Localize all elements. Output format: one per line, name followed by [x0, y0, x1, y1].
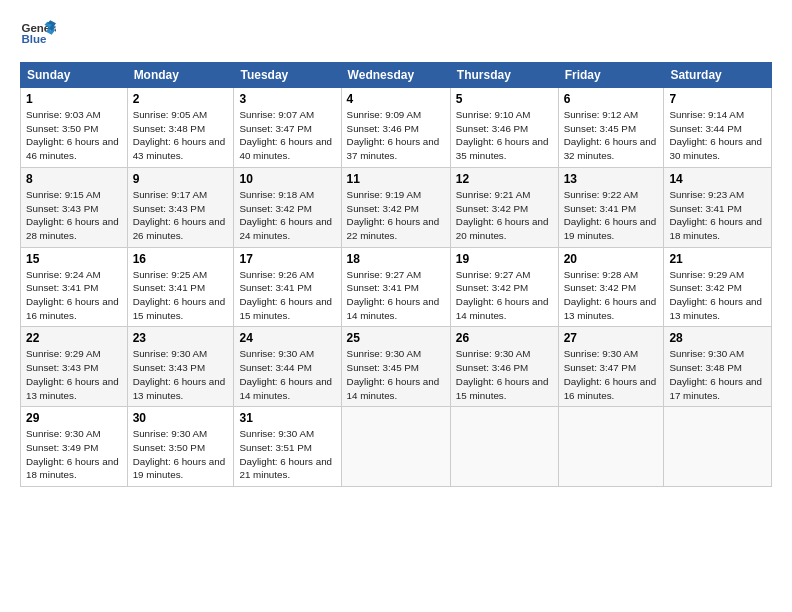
calendar-day-20: 20Sunrise: 9:28 AMSunset: 3:42 PMDayligh… [558, 247, 664, 327]
day-number: 24 [239, 331, 335, 345]
day-info: Sunrise: 9:23 AMSunset: 3:41 PMDaylight:… [669, 189, 762, 241]
calendar-day-10: 10Sunrise: 9:18 AMSunset: 3:42 PMDayligh… [234, 167, 341, 247]
day-number: 11 [347, 172, 445, 186]
day-info: Sunrise: 9:14 AMSunset: 3:44 PMDaylight:… [669, 109, 762, 161]
empty-cell [341, 407, 450, 487]
day-number: 30 [133, 411, 229, 425]
day-number: 13 [564, 172, 659, 186]
day-number: 28 [669, 331, 766, 345]
calendar-day-30: 30Sunrise: 9:30 AMSunset: 3:50 PMDayligh… [127, 407, 234, 487]
calendar-day-26: 26Sunrise: 9:30 AMSunset: 3:46 PMDayligh… [450, 327, 558, 407]
day-info: Sunrise: 9:24 AMSunset: 3:41 PMDaylight:… [26, 269, 119, 321]
calendar-day-8: 8Sunrise: 9:15 AMSunset: 3:43 PMDaylight… [21, 167, 128, 247]
day-number: 31 [239, 411, 335, 425]
calendar-day-17: 17Sunrise: 9:26 AMSunset: 3:41 PMDayligh… [234, 247, 341, 327]
empty-cell [558, 407, 664, 487]
day-info: Sunrise: 9:28 AMSunset: 3:42 PMDaylight:… [564, 269, 657, 321]
day-info: Sunrise: 9:22 AMSunset: 3:41 PMDaylight:… [564, 189, 657, 241]
calendar-day-22: 22Sunrise: 9:29 AMSunset: 3:43 PMDayligh… [21, 327, 128, 407]
day-info: Sunrise: 9:05 AMSunset: 3:48 PMDaylight:… [133, 109, 226, 161]
day-info: Sunrise: 9:09 AMSunset: 3:46 PMDaylight:… [347, 109, 440, 161]
day-info: Sunrise: 9:30 AMSunset: 3:47 PMDaylight:… [564, 348, 657, 400]
calendar-week-3: 15Sunrise: 9:24 AMSunset: 3:41 PMDayligh… [21, 247, 772, 327]
calendar-day-13: 13Sunrise: 9:22 AMSunset: 3:41 PMDayligh… [558, 167, 664, 247]
day-number: 21 [669, 252, 766, 266]
day-info: Sunrise: 9:30 AMSunset: 3:50 PMDaylight:… [133, 428, 226, 480]
logo-icon: General Blue [20, 16, 56, 52]
day-info: Sunrise: 9:30 AMSunset: 3:44 PMDaylight:… [239, 348, 332, 400]
svg-text:Blue: Blue [21, 33, 47, 45]
calendar-week-5: 29Sunrise: 9:30 AMSunset: 3:49 PMDayligh… [21, 407, 772, 487]
day-number: 12 [456, 172, 553, 186]
day-number: 16 [133, 252, 229, 266]
calendar-day-3: 3Sunrise: 9:07 AMSunset: 3:47 PMDaylight… [234, 88, 341, 168]
day-info: Sunrise: 9:30 AMSunset: 3:45 PMDaylight:… [347, 348, 440, 400]
day-number: 20 [564, 252, 659, 266]
day-header-tuesday: Tuesday [234, 63, 341, 88]
day-info: Sunrise: 9:21 AMSunset: 3:42 PMDaylight:… [456, 189, 549, 241]
day-number: 29 [26, 411, 122, 425]
day-header-saturday: Saturday [664, 63, 772, 88]
day-number: 5 [456, 92, 553, 106]
header: General Blue [20, 16, 772, 52]
day-header-friday: Friday [558, 63, 664, 88]
day-info: Sunrise: 9:30 AMSunset: 3:48 PMDaylight:… [669, 348, 762, 400]
day-number: 1 [26, 92, 122, 106]
day-number: 2 [133, 92, 229, 106]
day-info: Sunrise: 9:03 AMSunset: 3:50 PMDaylight:… [26, 109, 119, 161]
day-number: 18 [347, 252, 445, 266]
day-info: Sunrise: 9:17 AMSunset: 3:43 PMDaylight:… [133, 189, 226, 241]
calendar-day-12: 12Sunrise: 9:21 AMSunset: 3:42 PMDayligh… [450, 167, 558, 247]
day-info: Sunrise: 9:27 AMSunset: 3:42 PMDaylight:… [456, 269, 549, 321]
calendar-day-19: 19Sunrise: 9:27 AMSunset: 3:42 PMDayligh… [450, 247, 558, 327]
calendar-day-27: 27Sunrise: 9:30 AMSunset: 3:47 PMDayligh… [558, 327, 664, 407]
day-info: Sunrise: 9:29 AMSunset: 3:43 PMDaylight:… [26, 348, 119, 400]
calendar-day-9: 9Sunrise: 9:17 AMSunset: 3:43 PMDaylight… [127, 167, 234, 247]
day-number: 7 [669, 92, 766, 106]
day-info: Sunrise: 9:30 AMSunset: 3:49 PMDaylight:… [26, 428, 119, 480]
calendar-day-2: 2Sunrise: 9:05 AMSunset: 3:48 PMDaylight… [127, 88, 234, 168]
day-info: Sunrise: 9:29 AMSunset: 3:42 PMDaylight:… [669, 269, 762, 321]
day-number: 26 [456, 331, 553, 345]
day-info: Sunrise: 9:30 AMSunset: 3:43 PMDaylight:… [133, 348, 226, 400]
day-info: Sunrise: 9:19 AMSunset: 3:42 PMDaylight:… [347, 189, 440, 241]
day-number: 3 [239, 92, 335, 106]
calendar-day-25: 25Sunrise: 9:30 AMSunset: 3:45 PMDayligh… [341, 327, 450, 407]
day-info: Sunrise: 9:15 AMSunset: 3:43 PMDaylight:… [26, 189, 119, 241]
day-number: 9 [133, 172, 229, 186]
calendar-day-7: 7Sunrise: 9:14 AMSunset: 3:44 PMDaylight… [664, 88, 772, 168]
day-number: 25 [347, 331, 445, 345]
day-number: 27 [564, 331, 659, 345]
day-number: 4 [347, 92, 445, 106]
calendar-day-29: 29Sunrise: 9:30 AMSunset: 3:49 PMDayligh… [21, 407, 128, 487]
day-info: Sunrise: 9:27 AMSunset: 3:41 PMDaylight:… [347, 269, 440, 321]
day-info: Sunrise: 9:10 AMSunset: 3:46 PMDaylight:… [456, 109, 549, 161]
calendar-day-5: 5Sunrise: 9:10 AMSunset: 3:46 PMDaylight… [450, 88, 558, 168]
logo: General Blue [20, 16, 56, 52]
day-info: Sunrise: 9:26 AMSunset: 3:41 PMDaylight:… [239, 269, 332, 321]
day-number: 6 [564, 92, 659, 106]
calendar-day-14: 14Sunrise: 9:23 AMSunset: 3:41 PMDayligh… [664, 167, 772, 247]
empty-cell [664, 407, 772, 487]
day-number: 14 [669, 172, 766, 186]
day-header-thursday: Thursday [450, 63, 558, 88]
day-info: Sunrise: 9:30 AMSunset: 3:51 PMDaylight:… [239, 428, 332, 480]
day-number: 10 [239, 172, 335, 186]
calendar-day-28: 28Sunrise: 9:30 AMSunset: 3:48 PMDayligh… [664, 327, 772, 407]
day-header-monday: Monday [127, 63, 234, 88]
day-number: 23 [133, 331, 229, 345]
calendar-day-1: 1Sunrise: 9:03 AMSunset: 3:50 PMDaylight… [21, 88, 128, 168]
calendar-day-15: 15Sunrise: 9:24 AMSunset: 3:41 PMDayligh… [21, 247, 128, 327]
day-header-sunday: Sunday [21, 63, 128, 88]
day-header-wednesday: Wednesday [341, 63, 450, 88]
day-number: 15 [26, 252, 122, 266]
calendar-header-row: SundayMondayTuesdayWednesdayThursdayFrid… [21, 63, 772, 88]
day-info: Sunrise: 9:18 AMSunset: 3:42 PMDaylight:… [239, 189, 332, 241]
day-info: Sunrise: 9:30 AMSunset: 3:46 PMDaylight:… [456, 348, 549, 400]
calendar-day-31: 31Sunrise: 9:30 AMSunset: 3:51 PMDayligh… [234, 407, 341, 487]
calendar-table: SundayMondayTuesdayWednesdayThursdayFrid… [20, 62, 772, 487]
calendar-day-18: 18Sunrise: 9:27 AMSunset: 3:41 PMDayligh… [341, 247, 450, 327]
calendar-week-1: 1Sunrise: 9:03 AMSunset: 3:50 PMDaylight… [21, 88, 772, 168]
calendar-day-21: 21Sunrise: 9:29 AMSunset: 3:42 PMDayligh… [664, 247, 772, 327]
calendar-week-2: 8Sunrise: 9:15 AMSunset: 3:43 PMDaylight… [21, 167, 772, 247]
